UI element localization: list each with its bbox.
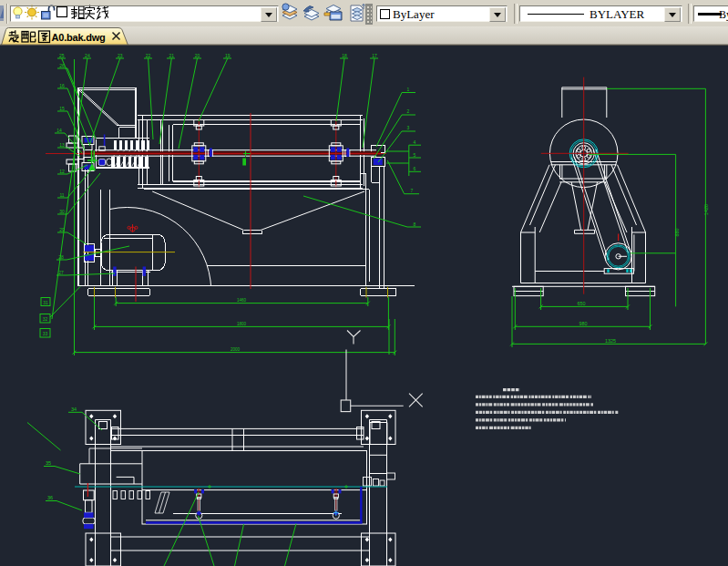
svg-text:23: 23: [118, 53, 123, 58]
svg-text:1460: 1460: [237, 298, 247, 303]
svg-text:650: 650: [577, 301, 585, 306]
svg-text:24: 24: [85, 53, 90, 58]
svg-text:32: 32: [43, 316, 48, 322]
svg-text:29: 29: [59, 227, 65, 232]
svg-text:25: 25: [59, 53, 65, 58]
svg-text:4: 4: [414, 139, 416, 145]
svg-text:30: 30: [59, 209, 65, 214]
svg-text:6: 6: [414, 166, 416, 171]
svg-text:27: 27: [58, 270, 64, 275]
svg-text:14: 14: [56, 128, 62, 133]
svg-text:1420: 1420: [703, 204, 709, 215]
svg-text:8: 8: [414, 221, 416, 227]
svg-text:1325: 1325: [605, 338, 616, 344]
svg-text:16: 16: [59, 83, 65, 88]
svg-text:2: 2: [407, 108, 410, 114]
svg-text:880: 880: [674, 228, 680, 236]
svg-text:28: 28: [58, 254, 64, 260]
svg-text:15: 15: [59, 106, 65, 111]
svg-text:13: 13: [59, 142, 65, 148]
svg-text:980: 980: [579, 321, 587, 326]
svg-text:31: 31: [43, 300, 48, 305]
svg-text:21: 21: [169, 53, 175, 58]
svg-text:26: 26: [59, 63, 65, 68]
svg-text:11: 11: [59, 192, 64, 198]
svg-text:3: 3: [407, 125, 410, 130]
svg-text:17: 17: [372, 53, 377, 58]
svg-text:12: 12: [59, 169, 65, 174]
svg-text:18: 18: [342, 53, 347, 58]
svg-text:19: 19: [225, 53, 231, 58]
svg-text:34: 34: [71, 406, 77, 412]
svg-text:5: 5: [414, 152, 416, 158]
svg-text:33: 33: [43, 331, 48, 336]
svg-text:1800: 1800: [237, 322, 247, 326]
svg-text:35: 35: [46, 460, 51, 466]
svg-text:20: 20: [195, 53, 200, 58]
svg-text:22: 22: [146, 53, 151, 58]
svg-text:1: 1: [407, 87, 410, 92]
svg-text:A0.bak.dwg: A0.bak.dwg: [52, 32, 106, 43]
svg-text:36: 36: [47, 495, 53, 500]
svg-text:7: 7: [411, 188, 414, 193]
svg-text:2000: 2000: [231, 347, 241, 352]
